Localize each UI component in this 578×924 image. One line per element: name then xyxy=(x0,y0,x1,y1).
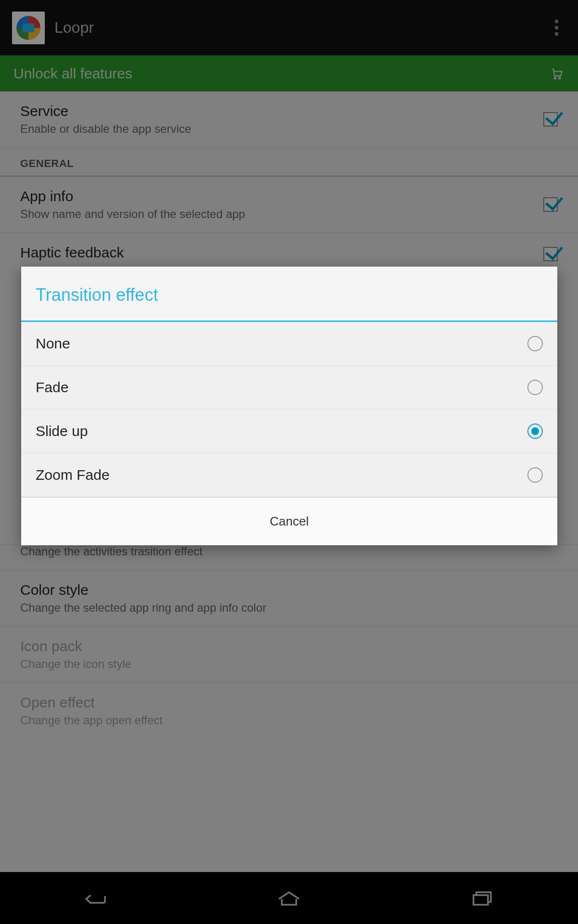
option-label: Slide up xyxy=(36,423,527,439)
option-label: Fade xyxy=(36,379,527,396)
transition-effect-dialog: Transition effect None Fade Slide up Zoo… xyxy=(21,267,557,545)
dialog-option-zoom-fade[interactable]: Zoom Fade xyxy=(21,453,557,497)
cancel-button[interactable]: Cancel xyxy=(21,497,557,545)
dialog-option-none[interactable]: None xyxy=(21,322,557,366)
radio-fade[interactable] xyxy=(527,380,543,395)
radio-slide-up[interactable] xyxy=(527,424,543,439)
radio-none[interactable] xyxy=(527,336,543,351)
dialog-option-slide-up[interactable]: Slide up xyxy=(21,410,557,453)
option-label: None xyxy=(36,335,527,352)
option-label: Zoom Fade xyxy=(36,467,527,483)
radio-zoom-fade[interactable] xyxy=(527,467,543,483)
dialog-title: Transition effect xyxy=(21,267,557,322)
dialog-option-fade[interactable]: Fade xyxy=(21,366,557,410)
